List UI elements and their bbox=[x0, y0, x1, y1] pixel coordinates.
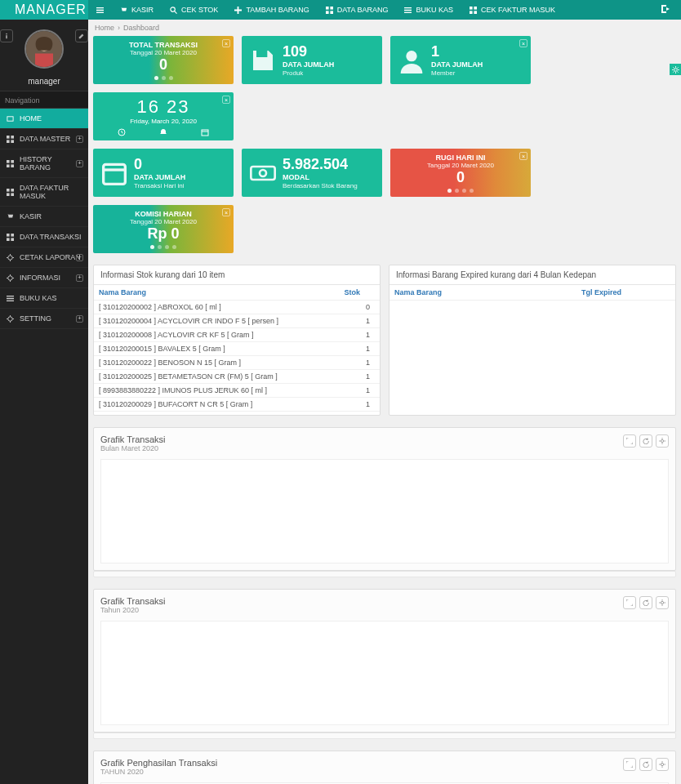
user-edit-button[interactable] bbox=[75, 29, 88, 42]
user-block: manager bbox=[0, 20, 88, 91]
brand: MANAGER bbox=[0, 0, 88, 20]
expand-button[interactable] bbox=[623, 758, 636, 771]
expand-icon: + bbox=[76, 136, 83, 143]
sidebar-item-kasir[interactable]: KASIR bbox=[0, 207, 88, 227]
expand-icon: + bbox=[76, 160, 83, 167]
expand-icon: + bbox=[76, 254, 83, 261]
refresh-button[interactable] bbox=[639, 758, 652, 771]
logout-icon bbox=[661, 5, 670, 13]
svg-rect-21 bbox=[7, 164, 10, 167]
calendar-icon[interactable] bbox=[201, 128, 209, 136]
table-row: [ 310120200008 ] ACYLOVIR CR KF 5 [ Gram… bbox=[94, 328, 380, 342]
card-total-transaksi: × TOTAL TRANSAKSI Tanggal 20 Maret 2020 … bbox=[93, 36, 234, 84]
svg-rect-17 bbox=[7, 140, 10, 143]
settings-button[interactable] bbox=[656, 596, 669, 609]
svg-rect-26 bbox=[11, 193, 14, 196]
expand-button[interactable] bbox=[623, 434, 636, 448]
stock-table-body[interactable]: [ 310120200002 ] ABROXOL 60 [ ml ]0[ 310… bbox=[94, 301, 380, 415]
svg-point-9 bbox=[6, 33, 7, 35]
settings-button[interactable] bbox=[656, 758, 669, 771]
info-icon bbox=[3, 33, 10, 39]
svg-point-0 bbox=[171, 7, 175, 11]
sidebar-item-data-transaksi[interactable]: DATA TRANSAKSI bbox=[0, 227, 88, 247]
sidebar-item-data-master[interactable]: DATA MASTER+ bbox=[0, 129, 88, 149]
card-close[interactable]: × bbox=[519, 152, 527, 160]
refresh-button[interactable] bbox=[639, 596, 652, 609]
expand-icon: + bbox=[76, 315, 83, 323]
breadcrumb-home[interactable]: Home bbox=[95, 24, 114, 32]
topnav-buku-kas[interactable]: BUKU KAS bbox=[396, 6, 461, 14]
card-close[interactable]: × bbox=[222, 39, 230, 47]
svg-point-33 bbox=[8, 316, 12, 320]
card-close[interactable]: × bbox=[222, 208, 230, 216]
card-rugi: × RUGI HARI INI Tanggal 20 Maret 2020 0 bbox=[390, 149, 531, 197]
svg-rect-13 bbox=[35, 54, 53, 68]
svg-rect-25 bbox=[7, 193, 10, 196]
topnav-data-barang[interactable]: DATA BARANG bbox=[318, 6, 397, 14]
sidebar-item-cetak-laporan[interactable]: CETAK LAPORAN+ bbox=[0, 247, 88, 268]
gear-icon bbox=[659, 761, 665, 768]
expand-button[interactable] bbox=[623, 596, 636, 609]
svg-rect-22 bbox=[11, 164, 14, 167]
user-icon bbox=[398, 47, 425, 74]
user-info-button[interactable] bbox=[0, 29, 13, 42]
svg-rect-27 bbox=[7, 234, 10, 237]
expand-icon bbox=[626, 761, 633, 768]
table-row: [ 310120200015 ] BAVALEX 5 [ Gram ]1 bbox=[94, 342, 380, 356]
svg-point-43 bbox=[661, 763, 663, 765]
expired-panel: Informasi Barang Expired kurang dari 4 B… bbox=[389, 265, 676, 416]
scrollbar[interactable] bbox=[93, 571, 676, 577]
list-icon bbox=[404, 7, 412, 14]
svg-rect-10 bbox=[6, 35, 7, 38]
scrollbar[interactable] bbox=[93, 733, 676, 739]
table-row: [ 310120200002 ] ABROXOL 60 [ ml ]0 bbox=[94, 301, 380, 314]
search-icon bbox=[170, 7, 177, 14]
topnav-kasir[interactable]: KASIR bbox=[112, 6, 162, 14]
svg-rect-39 bbox=[251, 167, 274, 180]
svg-rect-6 bbox=[474, 7, 477, 10]
sidebar-item-history-barang[interactable]: HISTORY BARANG+ bbox=[0, 149, 88, 178]
chart-panel-0: Grafik TransaksiBulan Maret 2020 bbox=[93, 427, 676, 571]
nav-icon bbox=[7, 274, 14, 282]
sidebar-item-data-faktur-masuk[interactable]: DATA FAKTUR MASUK bbox=[0, 178, 88, 207]
nav-icon bbox=[7, 136, 14, 143]
svg-rect-8 bbox=[474, 11, 477, 14]
clock-icon[interactable] bbox=[118, 128, 126, 136]
svg-point-40 bbox=[260, 170, 266, 176]
sidebar-item-buku-kas[interactable]: BUKU KAS bbox=[0, 288, 88, 309]
table-row: [ 310120200029 ] BUFACORT N CR 5 [ Gram … bbox=[94, 398, 380, 412]
refresh-button[interactable] bbox=[639, 434, 652, 448]
svg-point-34 bbox=[674, 68, 677, 71]
card-clock: × 16 23 Friday, March 20, 2020 bbox=[93, 92, 234, 140]
menu-toggle[interactable] bbox=[88, 7, 112, 14]
sidebar-item-setting[interactable]: SETTING+ bbox=[0, 309, 88, 329]
sidebar-item-home[interactable]: HOME bbox=[0, 109, 88, 129]
nav-icon bbox=[7, 160, 14, 167]
table-row: [ 310120200004 ] ACYCLOVIR CR INDO F 5 [… bbox=[94, 314, 380, 328]
logout-button[interactable] bbox=[661, 5, 681, 15]
topnav-cek-stok[interactable]: CEK STOK bbox=[162, 6, 226, 14]
sidebar: manager Navigation HOMEDATA MASTER+HISTO… bbox=[0, 20, 88, 784]
theme-settings-button[interactable] bbox=[670, 64, 681, 75]
svg-rect-24 bbox=[11, 189, 14, 192]
nav-icon bbox=[7, 295, 14, 302]
svg-rect-20 bbox=[11, 160, 14, 163]
svg-rect-29 bbox=[7, 238, 10, 241]
bell-icon[interactable] bbox=[159, 128, 167, 136]
svg-point-32 bbox=[8, 275, 12, 279]
chart-panel-1: Grafik TransaksiTahun 2020 bbox=[93, 589, 676, 733]
nav-icon bbox=[7, 315, 14, 323]
settings-button[interactable] bbox=[656, 434, 669, 448]
topnav-cek-faktur[interactable]: CEK FAKTUR MASUK bbox=[461, 6, 563, 14]
sidebar-item-informasi[interactable]: INFORMASI+ bbox=[0, 268, 88, 288]
nav-icon bbox=[7, 234, 14, 241]
breadcrumb-page: Dashboard bbox=[123, 24, 159, 32]
card-close[interactable]: × bbox=[222, 96, 230, 104]
topnav-tambah-barang[interactable]: TAMBAH BARANG bbox=[226, 6, 317, 14]
svg-rect-23 bbox=[7, 189, 10, 192]
card-modal: 5.982.504MODALBerdasarkan Stok Barang bbox=[242, 149, 382, 197]
svg-rect-16 bbox=[11, 136, 14, 139]
topbar: MANAGER KASIR CEK STOK TAMBAH BARANG DAT… bbox=[0, 0, 681, 20]
card-close[interactable]: × bbox=[519, 39, 527, 47]
gear-icon bbox=[659, 438, 665, 444]
